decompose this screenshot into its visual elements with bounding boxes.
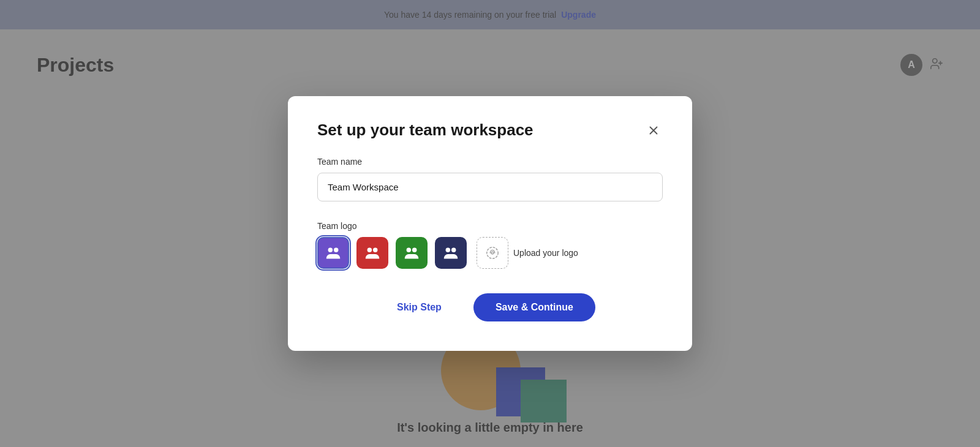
save-continue-button[interactable]: Save & Continue bbox=[473, 293, 595, 321]
team-name-group: Team name bbox=[317, 157, 663, 201]
team-logo-label: Team logo bbox=[317, 221, 663, 231]
svg-point-13 bbox=[487, 247, 498, 258]
modal-actions: Skip Step Save & Continue bbox=[317, 293, 663, 321]
team-logo-group: Team logo bbox=[317, 221, 663, 269]
upload-icon bbox=[477, 237, 508, 269]
logo-option-red[interactable] bbox=[356, 237, 388, 269]
team-name-label: Team name bbox=[317, 157, 663, 167]
modal-dialog: Set up your team workspace Team name Tea… bbox=[288, 96, 692, 351]
modal-overlay: Set up your team workspace Team name Tea… bbox=[0, 0, 980, 447]
close-button[interactable] bbox=[644, 121, 663, 140]
skip-step-button[interactable]: Skip Step bbox=[385, 295, 454, 320]
svg-point-8 bbox=[373, 248, 378, 253]
svg-point-9 bbox=[407, 248, 412, 253]
svg-point-7 bbox=[368, 248, 372, 253]
svg-point-14 bbox=[491, 252, 494, 254]
logo-option-navy[interactable] bbox=[435, 237, 467, 269]
svg-point-12 bbox=[451, 248, 456, 253]
svg-point-6 bbox=[334, 248, 339, 253]
svg-point-11 bbox=[446, 248, 451, 253]
upload-logo-label: Upload your logo bbox=[513, 248, 578, 258]
logo-options-row: Upload your logo bbox=[317, 237, 663, 269]
svg-point-10 bbox=[412, 248, 417, 253]
upload-logo-button[interactable]: Upload your logo bbox=[477, 237, 578, 269]
modal-header: Set up your team workspace bbox=[317, 121, 663, 140]
svg-point-5 bbox=[328, 248, 333, 253]
logo-option-green[interactable] bbox=[396, 237, 428, 269]
logo-option-purple[interactable] bbox=[317, 237, 349, 269]
team-name-input[interactable] bbox=[317, 173, 663, 201]
modal-title: Set up your team workspace bbox=[317, 121, 533, 140]
